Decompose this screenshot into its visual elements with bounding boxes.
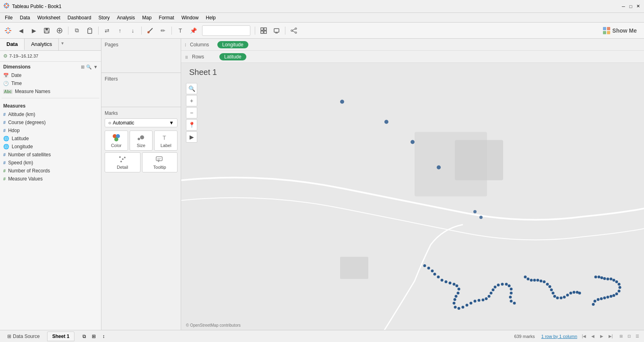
copy-button[interactable]: ⧉ (71, 25, 83, 36)
menu-dashboard[interactable]: Dashboard (64, 14, 95, 21)
forward-button[interactable]: ▶ (28, 25, 39, 36)
field-measure-names[interactable]: Abc Measure Names (2, 87, 99, 95)
device-button[interactable] (271, 25, 282, 36)
measures-label: Measures (3, 103, 25, 109)
pin-button[interactable]: 📌 (188, 25, 199, 36)
dimensions-grid-icon[interactable]: ⊞ (81, 64, 85, 70)
row-col-info[interactable]: 1 row by 1 column (541, 334, 577, 339)
marks-color-btn[interactable]: Color (105, 131, 128, 151)
menu-data[interactable]: Data (17, 14, 33, 21)
map-zoom-in-btn[interactable]: + (186, 95, 197, 106)
add-datasource-button[interactable] (54, 25, 65, 36)
tooltip-btn-label: Tooltip (153, 165, 166, 170)
sort-sheet-btn[interactable]: ↕ (99, 332, 107, 340)
tab-analytics[interactable]: Analytics (25, 39, 59, 50)
field-measure-values[interactable]: # Measure Values (2, 175, 99, 183)
nav-last-btn[interactable]: ▶| (607, 333, 614, 340)
field-latitude[interactable]: 🌐 Latitude (2, 135, 99, 143)
field-hdop-label: Hdop (8, 128, 20, 133)
field-time[interactable]: 🕐 Time (2, 79, 99, 87)
nav-next-btn[interactable]: ▶ (598, 333, 605, 340)
field-date[interactable]: 📅 Date (2, 71, 99, 79)
map-pan-btn[interactable]: ▶ (186, 131, 197, 143)
dimensions-search-icon[interactable]: 🔍 (86, 64, 92, 70)
marks-size-btn[interactable]: Size (130, 131, 153, 151)
svg-point-75 (445, 280, 448, 283)
menu-help[interactable]: Help (202, 14, 219, 21)
svg-point-144 (594, 300, 597, 303)
view-button[interactable] (258, 25, 269, 36)
svg-point-141 (603, 296, 606, 299)
data-source-row[interactable]: ⚙ 7-19--16.12.37 (0, 51, 101, 62)
map-pin-btn[interactable]: 📍 (186, 119, 197, 131)
list-view-btn[interactable]: ☰ (634, 333, 641, 340)
nav-first-btn[interactable]: |◀ (580, 333, 588, 340)
search-dropdown[interactable] (202, 25, 250, 36)
swap-button[interactable]: ⇄ (101, 25, 113, 36)
detail-btn-label: Detail (117, 165, 128, 170)
tab-data[interactable]: Data (0, 39, 25, 50)
dimensions-label: Dimensions (3, 64, 31, 70)
minimize-button[interactable]: ─ (621, 4, 626, 9)
toolbar: ◀ ▶ ⧉ ⇄ ↑ ↓ ✏ T 📌 Show Me (0, 23, 644, 39)
panel-tab-arrow[interactable]: ▼ (59, 39, 66, 50)
map-search-btn[interactable]: 🔍 (186, 83, 197, 94)
svg-rect-30 (261, 28, 263, 30)
svg-point-89 (474, 300, 477, 303)
menu-analysis[interactable]: Analysis (114, 14, 138, 21)
fit-view-btn[interactable]: ⊡ (625, 333, 633, 340)
paste-button[interactable] (84, 25, 95, 36)
marks-tooltip-btn[interactable]: Tooltip (142, 152, 178, 172)
rows-pill[interactable]: Latitude (219, 53, 246, 60)
columns-pill[interactable]: Longitude (217, 41, 248, 48)
tooltip-button[interactable]: T (175, 25, 186, 36)
field-altitude[interactable]: # Altitude (km) (2, 110, 99, 118)
maximize-button[interactable]: □ (628, 4, 634, 9)
canvas-area: ⫶ Columns Longitude ⫼ Rows Latitude Shee… (181, 39, 644, 330)
data-source-tab[interactable]: ⊞ Data Source (3, 332, 44, 341)
dimensions-expand-icon[interactable]: ▼ (93, 64, 98, 70)
filters-drop-area[interactable] (105, 83, 178, 104)
annotate-button[interactable]: ✏ (157, 25, 169, 36)
svg-point-77 (453, 283, 456, 286)
sort-desc-button[interactable]: ↓ (127, 25, 138, 36)
share-button[interactable] (288, 25, 299, 36)
close-button[interactable]: ✕ (635, 4, 641, 9)
field-satellites[interactable]: # Number of satellites (2, 151, 99, 159)
field-num-records[interactable]: # Number of Records (2, 167, 99, 175)
add-sheet-btn[interactable]: ⊞ (90, 332, 98, 340)
svg-rect-43 (603, 31, 606, 34)
field-hdop[interactable]: # Hdop (2, 126, 99, 135)
field-speed[interactable]: # Speed (km) (2, 159, 99, 167)
menu-story[interactable]: Story (95, 14, 113, 21)
window-controls[interactable]: ─ □ ✕ (621, 4, 641, 9)
highlight-button[interactable] (144, 25, 156, 36)
menu-file[interactable]: File (2, 14, 16, 21)
sort-asc-button[interactable]: ↑ (114, 25, 126, 36)
duplicate-sheet-btn[interactable]: ⧉ (80, 332, 88, 340)
sheet1-tab[interactable]: Sheet 1 (47, 332, 75, 341)
svg-point-102 (510, 292, 513, 294)
back-button[interactable]: ◀ (15, 25, 27, 36)
menu-format[interactable]: Format (156, 14, 178, 21)
svg-point-80 (457, 292, 460, 294)
toolbar-tableau-icon (2, 25, 14, 36)
map-zoom-out-btn[interactable]: − (186, 107, 197, 118)
marks-label-btn[interactable]: T Label (154, 131, 178, 151)
pages-drop-area[interactable] (105, 49, 178, 69)
menu-map[interactable]: Map (139, 14, 155, 21)
marks-type-select[interactable]: ○ Automatic ▼ (105, 118, 178, 127)
marks-detail-btn[interactable]: Detail (105, 152, 140, 172)
svg-rect-0 (6, 3, 7, 5)
grid-view-btn[interactable]: ⊞ (617, 333, 625, 340)
field-course[interactable]: # Course (degrees) (2, 118, 99, 126)
show-me-button[interactable]: Show Me (598, 25, 642, 36)
hash-icon-course: # (3, 120, 6, 125)
menu-window[interactable]: Window (178, 14, 202, 21)
nav-prev-btn[interactable]: ◀ (589, 333, 597, 340)
menu-worksheet[interactable]: Worksheet (34, 14, 64, 21)
save-button[interactable] (41, 25, 52, 36)
svg-point-69 (423, 264, 426, 267)
field-longitude[interactable]: 🌐 Longitude (2, 143, 99, 151)
marks-type-label: Automatic (113, 120, 134, 126)
